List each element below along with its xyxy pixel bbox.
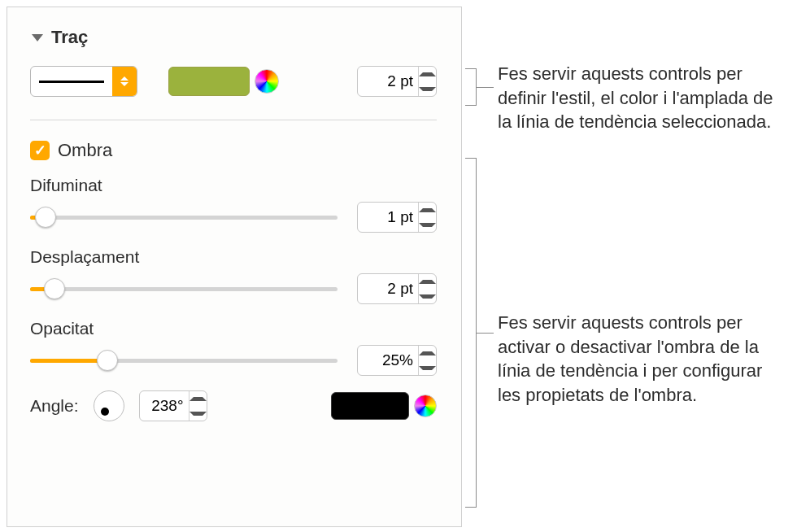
stepper-up-icon[interactable] [419,203,436,217]
stroke-color-swatch[interactable] [168,67,250,96]
opacity-row [30,345,437,376]
inspector-panel: Traç ✓ Ombra Difuminat [7,7,462,527]
shadow-checkbox-row: ✓ Ombra [30,140,437,161]
stroke-section-header: Traç [30,27,437,48]
stroke-width-input[interactable] [358,72,418,91]
shadow-checkbox[interactable]: ✓ [30,141,50,160]
angle-dial[interactable] [94,390,124,421]
stroke-controls-row [30,63,437,100]
callout-bracket-1 [465,68,477,106]
caret-up-icon [120,76,128,81]
angle-field[interactable] [139,390,207,421]
callouts: Fes servir aquests controls per definir … [464,0,789,532]
opacity-input[interactable] [358,351,418,370]
stepper-down-icon[interactable] [419,81,436,96]
stepper-up-icon[interactable] [419,346,436,360]
blur-slider[interactable] [30,207,338,227]
stepper-up-icon[interactable] [189,391,207,406]
offset-field[interactable] [357,273,437,304]
offset-stepper[interactable] [418,274,436,303]
stepper-down-icon[interactable] [189,406,207,421]
offset-row [30,273,437,304]
offset-slider[interactable] [30,279,338,299]
blur-field[interactable] [357,202,437,233]
callout-text-1: Fes servir aquests controls per definir … [498,62,781,134]
stepper-down-icon[interactable] [419,289,436,303]
stroke-preview [31,67,112,96]
chevron-down-icon[interactable] [32,34,43,41]
angle-row: Angle: [30,390,437,421]
shadow-title: Ombra [58,140,112,161]
stroke-width-stepper[interactable] [418,67,436,96]
color-wheel-icon[interactable] [414,395,437,417]
opacity-field[interactable] [357,345,437,376]
color-wheel-icon[interactable] [255,69,279,94]
angle-stepper[interactable] [189,391,207,421]
opacity-slider[interactable] [30,351,338,370]
divider [30,120,437,120]
caret-down-icon [120,82,128,86]
angle-input[interactable] [140,396,189,416]
offset-label: Desplaçament [30,247,437,267]
stroke-color-picker [168,66,279,97]
stepper-down-icon[interactable] [419,217,436,232]
angle-label: Angle: [30,396,79,416]
offset-input[interactable] [358,279,418,299]
opacity-stepper[interactable] [418,346,436,375]
shadow-color-swatch[interactable] [331,392,409,420]
callout-bracket-2 [465,158,477,508]
blur-row [30,202,437,233]
blur-input[interactable] [358,207,418,227]
stroke-style-dropdown-button[interactable] [112,67,137,96]
stepper-up-icon[interactable] [419,274,436,289]
stroke-style-picker[interactable] [30,66,137,97]
stroke-title: Traç [51,27,88,48]
blur-stepper[interactable] [418,203,436,232]
stepper-up-icon[interactable] [419,67,436,81]
angle-dot-icon [101,408,109,416]
stroke-width-field[interactable] [357,66,437,97]
shadow-color-picker [331,392,437,420]
blur-label: Difuminat [30,176,437,195]
stepper-down-icon[interactable] [419,360,436,375]
opacity-label: Opacitat [30,319,437,338]
callout-text-2: Fes servir aquests controls per activar … [498,311,789,408]
